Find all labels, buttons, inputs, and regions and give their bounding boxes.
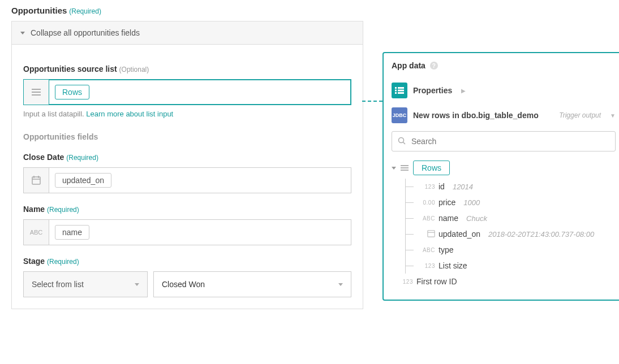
tree-item[interactable]: ABCnameChuck	[392, 210, 616, 226]
properties-label: Properties	[413, 86, 452, 95]
svg-rect-12	[398, 92, 404, 94]
chevron-down-icon: ▼	[610, 112, 616, 119]
tree-item[interactable]: updated_on2018-02-20T21:43:00.737-08:00	[392, 226, 616, 242]
fields-group-label: Opportunities fields	[23, 132, 351, 141]
stage-mode-select[interactable]: Select from list	[23, 271, 148, 297]
stage-value: Closed Won	[162, 280, 205, 289]
chevron-down-icon	[338, 283, 343, 286]
tree-connector	[405, 194, 419, 210]
svg-rect-10	[398, 87, 404, 89]
tree-item-value: 12014	[453, 183, 473, 191]
search-box[interactable]	[392, 131, 616, 151]
type-icon: ABC	[419, 247, 435, 253]
chevron-right-icon: ▶	[461, 88, 466, 94]
tree-item-value: 2018-02-20T21:43:00.737-08:00	[488, 230, 594, 239]
source-list-pill[interactable]: Rows	[55, 85, 89, 99]
source-list-hint: Input a list datapill. Learn more about …	[23, 110, 351, 118]
app-data-title-row: App data ?	[392, 61, 616, 70]
close-date-label-row: Close Date (Required)	[23, 153, 351, 162]
connector-line	[362, 101, 382, 102]
close-date-input[interactable]: updated_on	[23, 167, 351, 193]
type-icon: 0.00	[419, 200, 435, 206]
tree-item-name: name	[439, 214, 458, 223]
chevron-down-icon	[135, 283, 139, 286]
rows-pill[interactable]: Rows	[413, 161, 450, 175]
opportunities-panel: Collapse all opportunities fields Opport…	[11, 21, 363, 309]
data-tree: Rows 123id120140.00price1000ABCnameChuck…	[392, 157, 616, 289]
tree-item[interactable]: ABCtype	[392, 242, 616, 258]
stage-label: Stage	[23, 257, 45, 266]
text-icon: ABC	[24, 220, 49, 245]
svg-rect-9	[395, 92, 397, 94]
collapse-label: Collapse all opportunities fields	[31, 28, 140, 37]
tree-item-name: price	[439, 198, 455, 207]
type-icon: 123	[419, 184, 435, 190]
list-icon-svg	[32, 89, 41, 96]
source-list-label-row: Opportunities source list (Optional)	[23, 64, 351, 73]
tree-item-name: updated_on	[439, 229, 480, 239]
datetime-type-icon	[419, 229, 435, 239]
search-input[interactable]	[410, 136, 609, 146]
optional-badge: (Optional)	[119, 66, 149, 73]
type-icon: 123	[419, 263, 435, 269]
required-badge: (Required)	[47, 206, 79, 214]
source-list-input[interactable]: Rows	[23, 79, 351, 105]
name-label: Name	[23, 205, 45, 214]
jdbc-icon: JDBC	[392, 107, 407, 123]
tree-connector	[405, 179, 419, 194]
tree-connector	[405, 258, 419, 274]
chevron-down-icon	[20, 32, 25, 34]
svg-rect-8	[395, 90, 397, 92]
search-icon	[398, 137, 406, 146]
section-title: Opportunities	[11, 6, 67, 15]
properties-row[interactable]: Properties ▶	[392, 78, 616, 103]
app-data-title: App data	[392, 61, 425, 70]
svg-rect-11	[398, 90, 404, 92]
first-row-id-label: First row ID	[416, 277, 457, 286]
app-data-panel: App data ? Properties ▶ JDBC New rows in…	[382, 52, 619, 301]
tree-connector	[405, 242, 419, 258]
tree-item-name: id	[439, 182, 445, 191]
rows-node[interactable]: Rows	[392, 157, 616, 179]
name-input[interactable]: ABC name	[23, 219, 351, 245]
type-icon: ABC	[419, 215, 435, 222]
stage-mode-value: Select from list	[32, 280, 84, 289]
jdbc-trigger-row[interactable]: JDBC New rows in dbo.big_table_demo Trig…	[392, 103, 616, 128]
section-header: Opportunities (Required)	[11, 6, 608, 15]
svg-rect-7	[395, 87, 397, 89]
tree-item-name: List size	[439, 261, 467, 270]
tree-connector	[405, 210, 419, 226]
stage-label-row: Stage (Required)	[23, 257, 351, 266]
tree-item-value: Chuck	[466, 214, 487, 223]
required-badge: (Required)	[47, 258, 79, 266]
name-label-row: Name (Required)	[23, 205, 351, 214]
tree-item-name: type	[439, 245, 453, 254]
required-badge: (Required)	[69, 7, 101, 15]
learn-more-link[interactable]: Learn more about list input	[86, 110, 173, 118]
tree-item-value: 1000	[463, 198, 480, 207]
properties-icon	[392, 83, 407, 98]
close-date-pill[interactable]: updated_on	[55, 173, 111, 188]
list-icon	[24, 80, 49, 105]
jdbc-sub: Trigger output	[559, 111, 601, 119]
number-type-icon: 123	[397, 279, 413, 285]
required-badge: (Required)	[66, 154, 98, 162]
tree-item[interactable]: 123List size	[392, 258, 616, 274]
first-row-id-node[interactable]: 123 First row ID	[392, 274, 616, 289]
stage-value-select[interactable]: Closed Won	[153, 271, 351, 297]
help-icon[interactable]: ?	[430, 62, 438, 70]
calendar-icon	[24, 168, 49, 193]
tree-connector	[405, 226, 419, 242]
source-list-label: Opportunities source list	[23, 64, 117, 73]
svg-rect-3	[32, 177, 40, 184]
close-date-label: Close Date	[23, 153, 64, 162]
name-pill[interactable]: name	[55, 225, 89, 240]
chevron-down-icon	[392, 167, 396, 170]
svg-rect-18	[428, 231, 435, 237]
tree-item[interactable]: 123id12014	[392, 179, 616, 194]
collapse-all-toggle[interactable]: Collapse all opportunities fields	[12, 21, 363, 45]
jdbc-label: New rows in dbo.big_table_demo	[413, 111, 539, 120]
svg-point-13	[399, 137, 404, 142]
svg-line-14	[403, 142, 406, 144]
tree-item[interactable]: 0.00price1000	[392, 194, 616, 210]
